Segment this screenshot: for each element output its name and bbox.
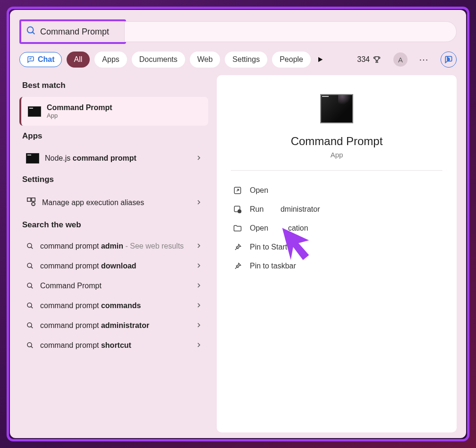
web-result[interactable]: command prompt commands: [19, 296, 208, 316]
filter-apps[interactable]: Apps: [94, 52, 127, 68]
search-icon: [26, 282, 34, 290]
command-prompt-icon: [28, 106, 41, 117]
svg-point-6: [27, 243, 32, 248]
bing-chat-icon[interactable]: b: [441, 52, 457, 68]
web-result[interactable]: command prompt admin - See web results: [19, 236, 208, 256]
open-icon: [233, 186, 242, 195]
shield-admin-icon: [233, 205, 242, 214]
svg-rect-3: [27, 198, 31, 201]
chevron-right-icon: [196, 282, 202, 290]
web-header: Search the web: [22, 220, 208, 230]
svg-line-1: [33, 32, 35, 34]
search-icon: [26, 242, 34, 250]
filter-documents[interactable]: Documents: [132, 52, 185, 68]
svg-line-11: [31, 287, 33, 288]
svg-line-17: [31, 346, 33, 348]
settings-result-aliases[interactable]: Manage app execution aliases: [19, 191, 208, 215]
svg-text:b: b: [447, 57, 450, 61]
svg-rect-4: [32, 198, 35, 201]
search-icon: [26, 341, 34, 350]
best-match-header: Best match: [22, 81, 208, 90]
svg-point-12: [27, 303, 32, 307]
chat-label: Chat: [38, 55, 55, 64]
preview-panel: Command Prompt App Open Run as Administr…: [217, 75, 457, 432]
svg-line-15: [31, 327, 33, 328]
best-match-subtitle: App: [47, 112, 112, 119]
search-icon: [26, 26, 36, 38]
search-icon: [26, 262, 34, 270]
action-pin-start[interactable]: Pin to Start: [231, 238, 442, 257]
svg-point-0: [27, 27, 34, 33]
filter-all[interactable]: All: [67, 52, 90, 68]
search-icon: [26, 321, 34, 330]
svg-point-14: [27, 323, 32, 327]
svg-point-8: [27, 263, 32, 267]
web-result[interactable]: command prompt download: [19, 256, 208, 276]
svg-line-9: [31, 267, 33, 268]
more-menu[interactable]: ⋯: [415, 54, 432, 65]
action-open[interactable]: Open: [231, 181, 442, 200]
chevron-right-icon: [196, 302, 202, 310]
pin-icon: [233, 261, 242, 271]
trophy-icon: [373, 55, 381, 64]
action-pin-taskbar[interactable]: Pin to taskbar: [231, 257, 442, 276]
nodejs-prompt-icon: [26, 153, 39, 164]
search-input[interactable]: [36, 21, 121, 42]
user-avatar[interactable]: A: [393, 52, 408, 67]
chevron-right-icon: [196, 242, 202, 250]
action-open-location[interactable]: Open file location: [231, 219, 442, 238]
web-result[interactable]: command prompt administrator: [19, 316, 208, 336]
best-match-title: Command Prompt: [47, 103, 112, 112]
search-window: Chat All Apps Documents Web Settings Peo…: [10, 10, 466, 438]
svg-line-13: [31, 307, 33, 308]
count-value: 334: [357, 55, 370, 64]
chevron-right-icon: [196, 321, 202, 330]
overflow-play-icon[interactable]: [315, 55, 325, 64]
svg-point-10: [27, 283, 32, 287]
best-match-item[interactable]: Command Prompt App: [19, 97, 208, 126]
svg-point-16: [27, 343, 32, 347]
folder-icon: [233, 224, 242, 233]
chevron-right-icon: [196, 198, 202, 207]
web-result[interactable]: Command Prompt: [19, 276, 208, 296]
app-result-nodejs[interactable]: Node.js command prompt: [19, 147, 208, 169]
search-highlight-box: [19, 19, 126, 44]
pin-icon: [233, 242, 242, 252]
results-panel: Best match Command Prompt App Apps Node.…: [19, 75, 208, 432]
command-prompt-large-icon: [320, 94, 353, 123]
action-run-admin[interactable]: Run as Administrator: [231, 200, 442, 219]
svg-point-20: [238, 210, 241, 213]
filter-people[interactable]: People: [272, 52, 311, 68]
web-result[interactable]: command prompt shortcut: [19, 336, 208, 355]
app-aliases-icon: [26, 197, 36, 209]
search-bar-extension[interactable]: [124, 21, 457, 42]
filter-web[interactable]: Web: [190, 52, 221, 68]
chevron-right-icon: [196, 341, 202, 350]
filter-settings[interactable]: Settings: [225, 52, 267, 68]
rewards-count[interactable]: 334: [357, 55, 381, 64]
chevron-right-icon: [196, 262, 202, 270]
preview-title: Command Prompt: [231, 135, 442, 148]
filter-row: Chat All Apps Documents Web Settings Peo…: [19, 52, 457, 68]
chat-tab[interactable]: Chat: [19, 52, 62, 67]
svg-line-7: [31, 247, 33, 249]
search-icon: [26, 302, 34, 310]
settings-header: Settings: [22, 175, 208, 184]
preview-subtitle: App: [231, 151, 442, 159]
apps-header: Apps: [22, 131, 208, 141]
chevron-right-icon: [196, 154, 202, 163]
